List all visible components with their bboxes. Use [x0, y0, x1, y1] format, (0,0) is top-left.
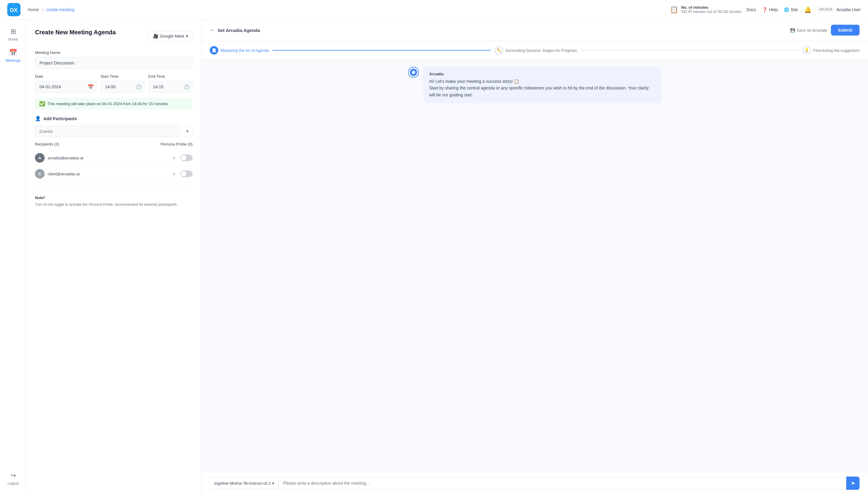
- site-link[interactable]: 🌐 Site: [784, 7, 798, 12]
- save-template-button[interactable]: 💾 Save as template: [790, 28, 827, 33]
- step-1-label: Mastering the Art of Agenda: [221, 48, 269, 53]
- date-label: Date: [35, 74, 97, 79]
- persona-label: Persona Probe (0): [161, 142, 192, 146]
- step-2-label: Generating Dynamic Stages for Progress: [505, 48, 577, 53]
- header-actions: 💾 Save as template Submit: [790, 25, 860, 36]
- step-1-icon: 📄: [212, 48, 216, 52]
- step-2: ✏️ Generating Dynamic Stages for Progres…: [495, 46, 577, 55]
- app-logo[interactable]: OX: [7, 3, 20, 16]
- model-selector[interactable]: together-Mistral-7B-Instruct-v0.2 ▾: [210, 478, 279, 489]
- end-time-field: End Time 🕐: [148, 74, 192, 93]
- step-3-icon: 💡: [805, 48, 809, 52]
- guests-input-row: +: [35, 126, 192, 137]
- left-panel: Create New Meeting Agenda 🎥 Google Meet …: [26, 19, 201, 494]
- toggle-1[interactable]: [181, 154, 192, 161]
- minutes-usage: 541.97 minutes out of 762.50 minutes: [681, 10, 742, 14]
- user-name: Arcadia User: [836, 7, 861, 12]
- panel-title: Create New Meeting Agenda: [35, 29, 116, 36]
- clock-icon: 🕐: [136, 84, 142, 90]
- remove-participant-2[interactable]: x: [173, 171, 175, 176]
- back-button[interactable]: ← Set Arcadia Agenda: [210, 27, 260, 34]
- participants-icon: 👤: [35, 116, 41, 121]
- step-2-circle: ✏️: [495, 46, 503, 55]
- model-name: together-Mistral-7B-Instruct-v0.2: [214, 481, 270, 486]
- note-section: Note* Turn on the toggle to activate the…: [35, 189, 192, 207]
- platform-label: Google Meet: [160, 34, 184, 39]
- right-panel: ← Set Arcadia Agenda 💾 Save as template …: [201, 19, 868, 494]
- participant-row-2: C client@arcadiax.ai x: [35, 166, 192, 182]
- step-connector-2: [580, 50, 799, 51]
- arcadia-avatar: [408, 67, 419, 78]
- note-text: Turn on the toggle to activate the Perso…: [35, 202, 192, 207]
- add-participants-header: 👤 Add Participants: [35, 116, 192, 121]
- home-icon: ⊞: [11, 28, 16, 36]
- panel-header: Create New Meeting Agenda 🎥 Google Meet …: [35, 29, 192, 43]
- participant-row-1: A arcadia@arcadiax.ai x: [35, 150, 192, 166]
- step-2-icon: ✏️: [497, 48, 501, 52]
- add-guest-button[interactable]: +: [182, 126, 192, 136]
- chat-message: Arcadia Hi! Let's make your meeting a su…: [408, 67, 661, 103]
- sidebar-home-label: Home: [8, 37, 18, 42]
- sidebar-logout-label: Logout: [7, 481, 19, 486]
- step-connector-1: [273, 50, 491, 51]
- sidebar: ⊞ Home 📅 Meetings ↪ Logout: [0, 0, 26, 494]
- step-1-circle: 📄: [210, 46, 218, 55]
- step-3: 💡 Fine-tuning the suggestion: [802, 46, 860, 55]
- add-participants-label: Add Participants: [43, 116, 77, 121]
- chat-line-1: Hi! Let's make your meeting a success st…: [429, 79, 519, 84]
- toggle-2[interactable]: [181, 170, 192, 177]
- avatar-1: A: [35, 153, 44, 163]
- breadcrumb-current[interactable]: create-meeting: [47, 7, 74, 12]
- sidebar-item-meetings[interactable]: 📅 Meetings: [2, 45, 24, 66]
- notification-bell-icon[interactable]: 🔔: [804, 6, 812, 13]
- guests-input[interactable]: [35, 126, 180, 137]
- top-navigation: OX Home > create-meeting 📋 No. of minute…: [0, 0, 868, 19]
- meeting-name-field: Meeting Name: [35, 50, 192, 69]
- chat-bubble: Arcadia Hi! Let's make your meeting a su…: [423, 67, 661, 103]
- send-button[interactable]: ➤: [846, 477, 860, 490]
- breadcrumb-separator: >: [41, 7, 44, 12]
- start-time-label: Start Time: [100, 74, 145, 79]
- help-icon: ❓: [762, 7, 767, 12]
- start-time-field: Start Time 🕐: [100, 74, 145, 93]
- note-title: Note*: [35, 195, 192, 200]
- svg-text:OX: OX: [10, 7, 17, 13]
- user-profile[interactable]: ARCADIA Arcadia User: [818, 7, 861, 12]
- minutes-info-center: 📋 No. of minutes 541.97 minutes out of 7…: [670, 5, 742, 14]
- chat-input[interactable]: [279, 477, 846, 490]
- recipients-label: Recipients (2): [35, 142, 59, 146]
- chat-text: Hi! Let's make your meeting a success st…: [429, 78, 655, 98]
- minutes-label: No. of minutes: [681, 5, 742, 10]
- sidebar-item-home[interactable]: ⊞ Home: [2, 24, 24, 45]
- breadcrumb-home[interactable]: Home: [28, 7, 39, 12]
- sidebar-item-logout[interactable]: ↪ Logout: [2, 468, 24, 489]
- clock-end-icon: 🕐: [184, 84, 189, 90]
- meeting-name-label: Meeting Name: [35, 50, 192, 55]
- date-time-row: Date 📅 Start Time 🕐 End Time 🕐: [35, 74, 192, 93]
- google-meet-icon: 🎥: [153, 34, 158, 39]
- sidebar-meetings-label: Meetings: [6, 58, 20, 63]
- chevron-down-icon: ▾: [186, 34, 188, 39]
- save-icon: 💾: [790, 28, 795, 33]
- calendar-icon: 📅: [88, 84, 94, 90]
- remove-participant-1[interactable]: x: [173, 155, 175, 160]
- globe-icon: 🌐: [784, 7, 789, 12]
- meetings-icon: 📅: [9, 49, 17, 57]
- back-arrow-icon: ←: [210, 27, 215, 34]
- logout-icon: ↪: [11, 472, 16, 479]
- breadcrumb: Home > create-meeting: [28, 7, 665, 12]
- top-nav-right: Docs ❓ Help 🌐 Site 🔔 ARCADIA Arcadia Use…: [746, 6, 861, 13]
- step-3-circle: 💡: [802, 46, 811, 55]
- docs-link[interactable]: Docs: [746, 7, 756, 12]
- submit-button[interactable]: Submit: [831, 25, 860, 36]
- help-link[interactable]: ❓ Help: [762, 7, 778, 12]
- chat-line-2: Start by sharing the central agenda or a…: [429, 86, 649, 97]
- send-icon: ➤: [851, 480, 855, 487]
- main-content: Create New Meeting Agenda 🎥 Google Meet …: [26, 19, 868, 494]
- meeting-name-input[interactable]: [35, 57, 192, 69]
- step-1: 📄 Mastering the Art of Agenda: [210, 46, 269, 55]
- chat-sender-name: Arcadia: [429, 72, 655, 76]
- avatar-2: C: [35, 169, 44, 178]
- platform-selector[interactable]: 🎥 Google Meet ▾: [149, 31, 192, 41]
- minutes-icon: 📋: [670, 6, 678, 14]
